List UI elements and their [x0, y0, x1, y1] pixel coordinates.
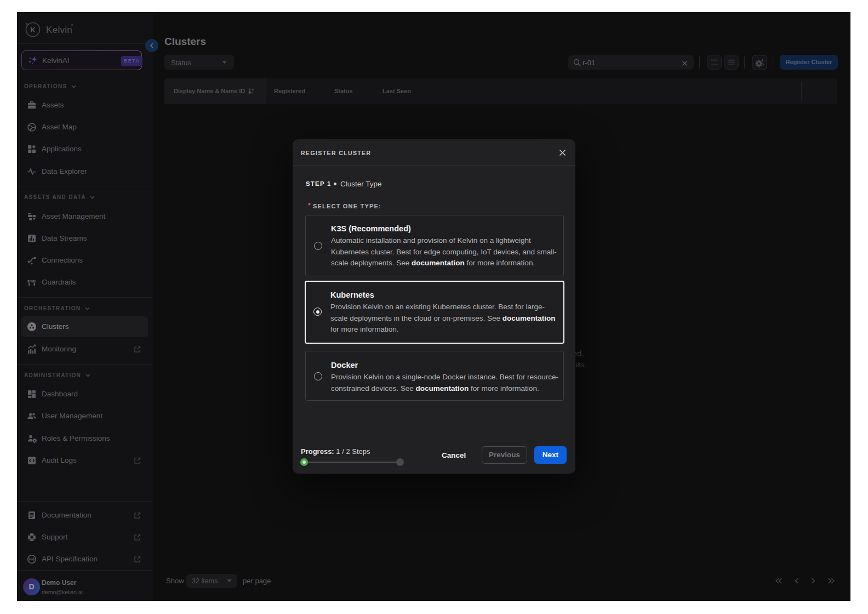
svg-text:K: K [30, 26, 36, 34]
